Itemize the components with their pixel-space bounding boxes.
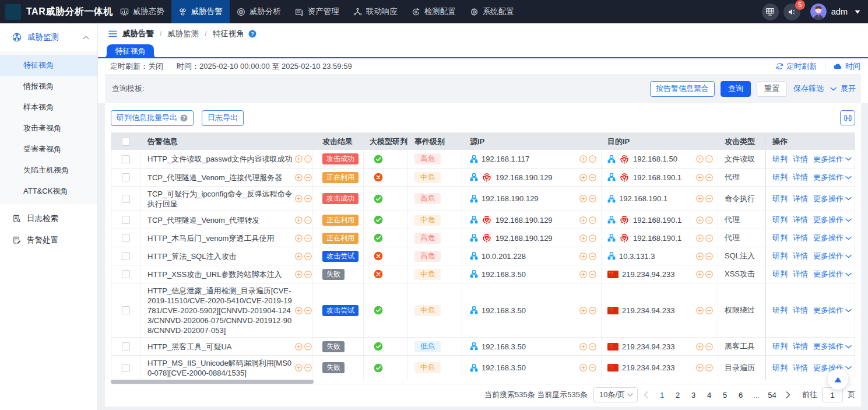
filter-include-icon[interactable] xyxy=(696,364,704,372)
judge-link[interactable]: 研判 xyxy=(772,251,788,261)
filter-include-icon[interactable] xyxy=(579,174,587,181)
row-checkbox[interactable] xyxy=(122,364,130,372)
filter-include-icon[interactable] xyxy=(579,343,587,351)
filter-exclude-icon[interactable] xyxy=(304,174,312,181)
source-ip[interactable]: 192.168.3.50 xyxy=(482,270,526,279)
filter-include-icon[interactable] xyxy=(696,307,704,314)
filter-exclude-icon[interactable] xyxy=(705,364,713,372)
detail-link[interactable]: 详情 xyxy=(793,154,808,164)
detail-link[interactable]: 详情 xyxy=(793,305,808,316)
filter-exclude-icon[interactable] xyxy=(705,216,713,224)
export-log-button[interactable]: 日志导出 xyxy=(202,110,244,126)
filter-exclude-icon[interactable] xyxy=(589,271,596,278)
notification-button[interactable]: 5 xyxy=(783,3,800,20)
time-link[interactable]: 时间 xyxy=(834,61,860,72)
row-checkbox[interactable] xyxy=(122,195,130,203)
filter-exclude-icon[interactable] xyxy=(705,234,713,242)
filter-include-icon[interactable] xyxy=(696,155,704,163)
page-size-select[interactable]: 10条/页 xyxy=(593,387,638,402)
filter-exclude-icon[interactable] xyxy=(304,343,312,351)
filter-exclude-icon[interactable] xyxy=(589,155,596,163)
filter-include-icon[interactable] xyxy=(579,364,587,372)
username[interactable]: adm xyxy=(831,7,848,16)
topnav-item-1[interactable]: 威胁态势 xyxy=(113,0,171,23)
judge-link[interactable]: 研判 xyxy=(772,233,788,243)
judge-link[interactable]: 研判 xyxy=(772,194,788,204)
alert-name[interactable]: HTTP_算法_SQL注入攻击 xyxy=(147,249,294,264)
alert-name[interactable]: TCP_代理隧道_Venom_连接代理服务器 xyxy=(147,170,294,185)
sidebar-leaf-2[interactable]: 告警处置 xyxy=(0,229,97,251)
row-checkbox[interactable] xyxy=(122,216,130,224)
dest-ip[interactable]: 192.168.190.1 xyxy=(633,234,681,243)
detail-link[interactable]: 详情 xyxy=(793,251,808,261)
filter-exclude-icon[interactable] xyxy=(304,307,312,314)
alert-name[interactable]: HTTP_XSS攻击_URL参数跨站脚本注入 xyxy=(147,267,294,282)
filter-exclude-icon[interactable] xyxy=(589,234,596,242)
page-number-54[interactable]: 54 xyxy=(764,391,780,400)
filter-exclude-icon[interactable] xyxy=(304,155,312,163)
filter-exclude-icon[interactable] xyxy=(589,174,596,181)
alert-name[interactable]: HTTP_信息泄露_通用检测_目录遍历[CVE-2019-11510/CVE-2… xyxy=(147,283,294,338)
filter-include-icon[interactable] xyxy=(295,195,303,202)
filter-exclude-icon[interactable] xyxy=(589,307,596,314)
filter-exclude-icon[interactable] xyxy=(304,253,312,260)
filter-exclude-icon[interactable] xyxy=(589,343,596,351)
filter-include-icon[interactable] xyxy=(295,253,303,260)
page-number-1[interactable]: 1 xyxy=(654,391,670,400)
dest-ip[interactable]: 219.234.94.233 xyxy=(622,363,674,372)
filter-include-icon[interactable] xyxy=(295,307,303,314)
dest-ip[interactable]: 192.168.190.1 xyxy=(633,173,681,182)
source-ip[interactable]: 192.168.3.50 xyxy=(482,306,526,315)
page-number-2[interactable]: 2 xyxy=(670,391,686,400)
judge-link[interactable]: 研判 xyxy=(772,269,788,279)
dest-ip[interactable]: 192.168.190.1 xyxy=(619,194,667,203)
more-actions-link[interactable]: 更多操作 xyxy=(813,269,852,279)
source-ip[interactable]: 192.168.190.129 xyxy=(482,194,539,203)
row-checkbox[interactable] xyxy=(122,234,130,242)
export-judgment-button[interactable]: 研判信息批量导出? xyxy=(111,110,194,126)
bigscreen-button[interactable] xyxy=(762,3,779,20)
detail-link[interactable]: 详情 xyxy=(793,172,808,183)
breadcrumb-item[interactable]: 威胁监测 xyxy=(167,29,199,39)
filter-include-icon[interactable] xyxy=(295,364,303,372)
alert-name[interactable]: TCP_可疑行为_ipconfig命令_反弹远程命令执行回显 xyxy=(147,187,294,211)
source-ip[interactable]: 10.0.201.228 xyxy=(482,252,526,261)
more-actions-link[interactable]: 更多操作 xyxy=(813,194,852,204)
topnav-item-3[interactable]: 威胁分析 xyxy=(230,0,288,23)
filter-exclude-icon[interactable] xyxy=(705,307,713,314)
breadcrumb-item[interactable]: 威胁告警 xyxy=(122,29,154,39)
sidebar-item-6[interactable]: 失陷主机视角 xyxy=(0,160,97,181)
topnav-item-4[interactable]: 资产管理 xyxy=(288,0,346,23)
reset-button[interactable]: 重置 xyxy=(757,81,787,97)
row-checkbox[interactable] xyxy=(122,342,130,351)
more-actions-link[interactable]: 更多操作 xyxy=(813,305,852,316)
sidebar-item-3[interactable]: 样本视角 xyxy=(0,97,97,118)
dest-ip[interactable]: 219.234.94.233 xyxy=(622,270,674,279)
expand-link[interactable]: 展开 xyxy=(830,83,856,94)
user-caret-down-icon[interactable] xyxy=(855,10,860,14)
filter-include-icon[interactable] xyxy=(579,195,587,202)
filter-exclude-icon[interactable] xyxy=(705,155,713,163)
row-checkbox[interactable] xyxy=(122,252,130,260)
filter-include-icon[interactable] xyxy=(696,174,704,181)
filter-include-icon[interactable] xyxy=(295,343,303,351)
sidebar-item-7[interactable]: ATT&CK视角 xyxy=(0,181,97,202)
filter-include-icon[interactable] xyxy=(579,307,587,314)
page-number-5[interactable]: 5 xyxy=(717,391,733,400)
more-actions-link[interactable]: 更多操作 xyxy=(813,154,852,164)
detail-link[interactable]: 详情 xyxy=(793,341,808,352)
filter-include-icon[interactable] xyxy=(696,234,704,242)
row-checkbox[interactable] xyxy=(122,270,130,278)
tab-feature-view[interactable] xyxy=(102,44,159,58)
breadcrumb-item[interactable]: 特征视角 xyxy=(213,29,244,39)
save-filter-link[interactable]: 保存筛选 xyxy=(793,83,824,94)
filter-exclude-icon[interactable] xyxy=(705,174,713,181)
filter-include-icon[interactable] xyxy=(295,234,303,242)
auto-refresh-link[interactable]: 定时刷新 xyxy=(776,61,817,72)
chevron-up-icon[interactable] xyxy=(83,36,89,40)
filter-exclude-icon[interactable] xyxy=(705,253,713,260)
alert-name[interactable]: HTTP_文件读取_passwd文件内容读取成功 xyxy=(147,152,294,166)
page-number-3[interactable]: 3 xyxy=(686,391,701,400)
detail-link[interactable]: 详情 xyxy=(793,215,808,225)
more-actions-link[interactable]: 更多操作 xyxy=(813,341,852,352)
